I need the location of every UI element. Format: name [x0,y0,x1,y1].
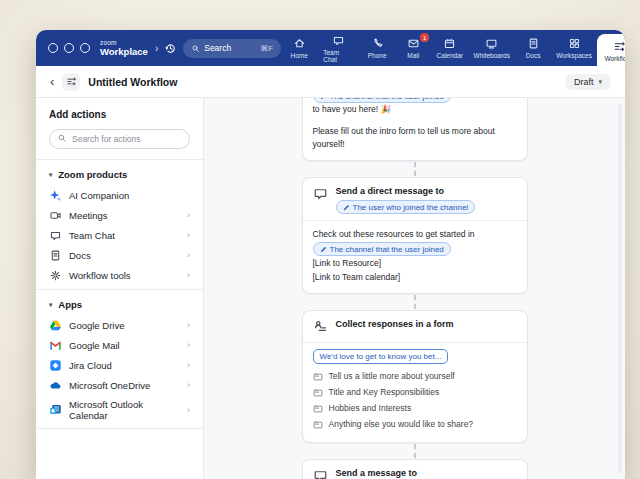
nav-item-label: Docs [526,52,541,59]
chevron-right-icon: › [187,320,190,330]
canvas-scrollbar[interactable] [618,104,622,473]
workflow-card[interactable]: The channel that the user joined . We're… [302,98,528,161]
window-control-dot[interactable] [80,43,90,53]
variable-pill[interactable]: The channel that the user joined [313,242,451,256]
card-text-line: The channel that the user joined [313,242,517,256]
sidebar-item-docs[interactable]: Docs› [36,245,203,265]
nav-item-label: Whiteboards [474,52,511,59]
workflow-card[interactable]: Send a direct message toThe user who joi… [302,177,528,294]
workflow-doc-tile [62,73,80,91]
form-question-item: Title and Key Responsibilities [313,386,517,399]
history-icon [164,42,177,55]
sidebar-heading: Add actions [36,109,203,120]
mail-icon [407,37,420,50]
nav-item-docs[interactable]: Docs [515,30,551,66]
page-title: Untitled Workflow [88,76,177,88]
nav-item-team-chat[interactable]: Team Chat [317,30,359,66]
variable-pill[interactable]: The user who joined the channel [336,200,476,214]
workflow-doc-icon [66,76,77,87]
variable-pill-label: The channel that the user joined [330,98,444,102]
sidebar-item-label: Docs [69,250,91,261]
form-question-item: Tell us a little more about yourself [313,370,517,383]
variable-pill-label: The channel that the user joined [330,244,444,255]
nav-item-calendar[interactable]: Calendar [431,30,468,66]
form-question-label: Hobbies and Interests [329,402,412,415]
navbar-tabs: HomeTeam ChatPhone1MailCalendarWhiteboar… [281,30,625,66]
sidebar-item-ai-companion[interactable]: AI Companion [36,185,203,205]
doc-icon [527,37,540,50]
sidebar-item-jira-cloud[interactable]: Jira Cloud› [36,355,203,375]
zoom-workplace-logo: zoom Workplace [100,40,148,57]
card-text: Check out these resources to get started… [313,229,475,239]
workflow-connector [414,162,416,176]
form-title-field[interactable]: We'd love to get to know you bet... [313,349,449,364]
nav-item-workflows[interactable]: Workflows [597,34,625,66]
workflow-toolbar: ‹ Untitled Workflow Draft ▾ [36,66,625,98]
chevron-right-icon[interactable]: › [155,43,158,54]
sidebar-item-label: Jira Cloud [69,360,112,371]
sidebar-item-label: Microsoft Outlook Calendar [69,399,180,421]
sidebar-item-team-chat[interactable]: Team Chat› [36,225,203,245]
nav-item-label: Mail [407,52,419,59]
status-badge: Draft [574,77,594,87]
nav-item-mail[interactable]: 1Mail [395,30,431,66]
history-button[interactable] [164,42,177,55]
doc-icon [49,249,62,262]
chevron-right-icon: › [187,250,190,260]
sidebar-item-meetings[interactable]: Meetings› [36,205,203,225]
window-controls [48,43,90,53]
navbar-left: zoom Workplace › Search ⌘F [48,30,281,66]
add-actions-sidebar: Add actions ▾Zoom productsAI CompanionMe… [36,98,204,479]
card-header-text: Collect responses in a form [336,318,454,331]
nav-item-label: Calendar [437,52,463,59]
variable-pill[interactable]: The channel that the user joined [313,98,451,103]
nav-item-label: Workspaces [556,52,592,59]
chevron-down-icon: ▾ [49,171,52,179]
chat-icon [332,34,345,47]
window-control-dot[interactable] [64,43,74,53]
logo-zoom-text: zoom [100,40,148,47]
sidebar-item-google-drive[interactable]: Google Drive› [36,315,203,335]
chevron-right-icon: › [187,270,190,280]
app-window: zoom Workplace › Search ⌘F HomeTeam Chat… [36,30,625,479]
divider [36,159,203,160]
sidebar-item-microsoft-onedrive[interactable]: Microsoft OneDrive› [36,375,203,395]
actions-search-input[interactable] [49,129,190,149]
card-body: Check out these resources to get started… [303,221,527,293]
sidebar-item-workflow-tools[interactable]: Workflow tools› [36,265,203,285]
top-navbar: zoom Workplace › Search ⌘F HomeTeam Chat… [36,30,625,66]
workflow-card[interactable]: Send a message toThe channel that the us… [302,459,528,479]
card-header-text: Send a message toThe channel that the us… [336,467,474,479]
search-input[interactable]: Search ⌘F [183,39,281,58]
back-button[interactable]: ‹ [50,75,54,88]
onedrive-icon [49,379,62,392]
nav-item-home[interactable]: Home [281,30,317,66]
card-text-line: [Link to Resource] [313,257,517,270]
card-text: [Link to Team calendar] [313,272,401,282]
workflow-connector [414,444,416,458]
card-text-line: [Link to Team calendar] [313,271,517,284]
chat-bubble-icon [313,186,328,201]
nav-item-workspaces[interactable]: Workspaces [551,30,597,66]
card-title: Send a message to [336,467,474,479]
section-title: Zoom products [58,169,127,180]
form-person-icon [313,319,328,334]
logo-workplace-text: Workplace [100,47,148,57]
section-header-apps[interactable]: ▾Apps [36,295,203,315]
nav-item-phone[interactable]: Phone [359,30,395,66]
search-icon [191,44,200,53]
sidebar-item-google-mail[interactable]: Google Mail› [36,335,203,355]
sidebar-item-label: Workflow tools [69,270,131,281]
window-control-dot[interactable] [48,43,58,53]
workspaces-icon [568,37,581,50]
calendar-icon [443,37,456,50]
status-dropdown[interactable]: Draft ▾ [565,74,611,90]
card-title: Send a direct message to [336,185,476,198]
sidebar-item-microsoft-outlook-calendar[interactable]: Microsoft Outlook Calendar› [36,395,203,424]
sidebar-search [49,128,190,149]
card-header-pill-row: The user who joined the channel [336,200,476,214]
nav-item-whiteboards[interactable]: Whiteboards [468,30,515,66]
chat-icon [49,229,62,242]
section-header-zoom-products[interactable]: ▾Zoom products [36,165,203,185]
workflow-card[interactable]: Collect responses in a formWe'd love to … [302,310,528,443]
